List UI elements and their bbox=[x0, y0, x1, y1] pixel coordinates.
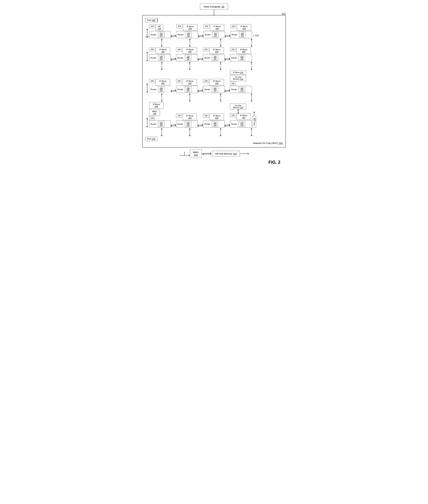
ip-block-1-3: IP Block 104 bbox=[210, 24, 224, 31]
onchip-116-area: IP Block 104 On-chip Memory 116 bbox=[230, 71, 246, 81]
n43-106: 106 bbox=[203, 114, 209, 118]
ah bbox=[251, 62, 252, 63]
vb3-up bbox=[221, 129, 221, 132]
ip-label-3-3: IP Block bbox=[212, 80, 222, 82]
r110-2-4: 110 bbox=[240, 58, 243, 60]
port-124-box: Port 124 bbox=[145, 137, 157, 141]
ip-ref-1-3: 104 bbox=[212, 27, 222, 30]
ah-up bbox=[161, 39, 163, 40]
n42-106: 106 bbox=[176, 114, 182, 118]
offchip-ref: 112 bbox=[233, 152, 237, 155]
router-inner-1-3: 108 110 bbox=[212, 32, 218, 38]
vb-4 bbox=[236, 129, 267, 135]
vl-up4 bbox=[251, 40, 252, 42]
arr-left bbox=[202, 154, 211, 154]
ah-up3 bbox=[220, 39, 222, 40]
vb3-dn bbox=[221, 132, 221, 135]
left-v-3 bbox=[145, 84, 149, 93]
vup2 bbox=[189, 63, 190, 66]
offchip-label: Off-chip Memory bbox=[215, 152, 232, 155]
vb1-up bbox=[162, 129, 162, 132]
ah bbox=[237, 109, 239, 110]
left-v-arrows-1 bbox=[145, 30, 149, 38]
vdn3-1 bbox=[162, 98, 162, 101]
ah bbox=[198, 59, 199, 61]
vdn4 bbox=[251, 66, 252, 69]
ha-2-23 bbox=[198, 58, 203, 61]
ah bbox=[161, 135, 163, 136]
arrow-down bbox=[146, 37, 148, 38]
onchip-memory-116: On-chip Memory 116 bbox=[230, 75, 246, 81]
n23-106: 106 bbox=[203, 47, 209, 51]
ah bbox=[189, 69, 191, 70]
router-text-3-4: Router bbox=[230, 87, 238, 91]
router-text-4-4: Router bbox=[230, 122, 238, 126]
router-block-2-4: Router 108 110 bbox=[230, 54, 252, 61]
ah bbox=[251, 69, 252, 70]
ip-block-label-116: IP Block 104 bbox=[232, 72, 245, 73]
hl-2-34 bbox=[225, 60, 230, 60]
mmu-ref: 120 bbox=[152, 113, 157, 115]
h-left-ext bbox=[145, 36, 149, 36]
ah bbox=[251, 128, 252, 129]
router-text-4-3: Router bbox=[203, 122, 211, 126]
n24-106: 106 bbox=[230, 47, 236, 51]
r110-1-4: 110 bbox=[241, 35, 244, 37]
ip-label-4-4: IP Block bbox=[239, 114, 249, 116]
r110-1-1: 110 bbox=[160, 35, 163, 37]
hl-3-34 bbox=[225, 91, 230, 91]
hip-ref: 128 bbox=[158, 27, 161, 30]
r108-4-2: 108 bbox=[187, 122, 189, 124]
ah bbox=[171, 59, 172, 61]
r108-3-2: 108 bbox=[187, 87, 189, 89]
ah bbox=[161, 69, 163, 70]
ip-block-top-116: IP Block 104 bbox=[230, 71, 246, 75]
router-block-3-4: Router 108 110 bbox=[230, 86, 252, 93]
ip-ref-1-4: 104 bbox=[239, 27, 249, 30]
ah bbox=[189, 93, 191, 95]
router-text-1-1: Router bbox=[149, 33, 157, 37]
mmu-label: MMU bbox=[152, 110, 157, 113]
r108-2-1: 108 bbox=[160, 56, 163, 58]
node-1-1-106-box: 106 bbox=[149, 24, 155, 28]
ip-area-4-3: 106 IP Block 104 bbox=[203, 114, 224, 121]
vdn2 bbox=[189, 66, 190, 69]
p124-vline bbox=[184, 152, 185, 155]
onchip-114-label1: On-chip bbox=[232, 105, 245, 107]
h-arr-left bbox=[171, 36, 176, 37]
ip-area-4-2: 106 IP Block 104 bbox=[176, 114, 197, 121]
vl-3a bbox=[147, 84, 147, 88]
ip-label-3-1: IP Block bbox=[158, 80, 168, 82]
ah bbox=[220, 128, 222, 129]
r108-1-2: 108 bbox=[187, 33, 190, 35]
vb4-up bbox=[251, 129, 252, 132]
ip-ref-2-2: 104 bbox=[185, 51, 195, 53]
ip-label-1-3: IP Block bbox=[212, 25, 222, 27]
ah-up2 bbox=[189, 39, 191, 40]
ip-block-1-2: IP Block 104 bbox=[183, 24, 197, 31]
vl-dn3 bbox=[221, 43, 221, 46]
vb1-dn bbox=[162, 132, 162, 135]
va-set bbox=[149, 40, 267, 46]
ip-block-3-2: IP Block 104 bbox=[183, 79, 197, 85]
router-text-4-1: Router bbox=[149, 122, 157, 126]
oc-arrow bbox=[238, 110, 239, 113]
vb-2 bbox=[174, 129, 205, 135]
ip-ref-4-4: 104 bbox=[239, 116, 249, 119]
arrow-up bbox=[146, 29, 148, 30]
v-line bbox=[147, 30, 147, 33]
ha-3-23 bbox=[198, 90, 203, 93]
ah bbox=[253, 112, 255, 113]
ah bbox=[146, 92, 148, 93]
router-text-4-2: Router bbox=[176, 122, 184, 126]
ip-area-2-3: 106 IP Block 104 bbox=[203, 47, 224, 54]
arrow-ref-118: ↗ 118 bbox=[252, 34, 259, 38]
r108-4-3: 108 bbox=[214, 122, 216, 124]
host-computer-area: Host Computer 10 bbox=[142, 4, 286, 15]
ip-label-4-1: IP Block bbox=[151, 103, 162, 105]
n22-106: 106 bbox=[176, 47, 182, 51]
va-sp2 bbox=[145, 63, 149, 69]
ha-3-34 bbox=[225, 90, 230, 93]
ah bbox=[251, 135, 252, 136]
ip-ref-4-2: 104 bbox=[185, 117, 195, 119]
